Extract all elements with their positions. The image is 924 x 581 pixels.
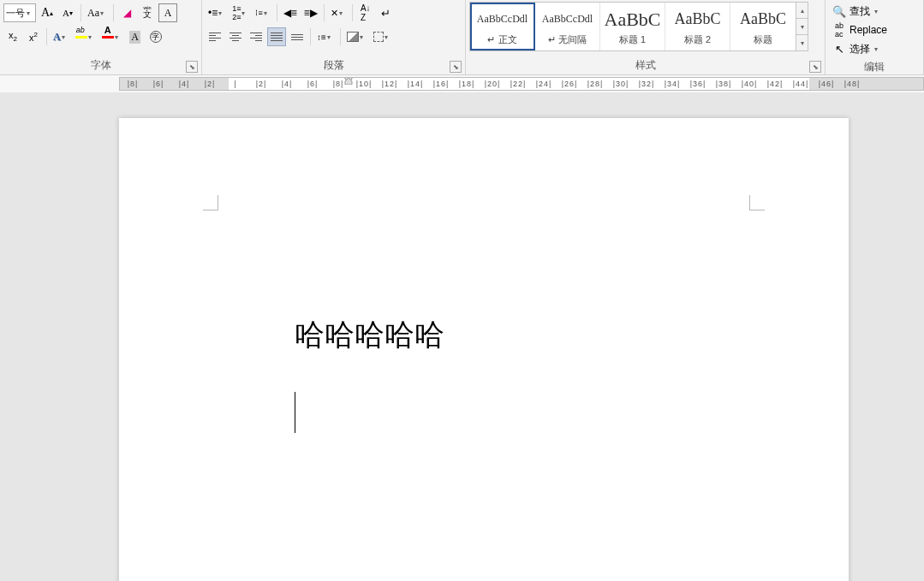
ruler-tick: |12| [377, 80, 402, 88]
distribute-icon [291, 34, 303, 40]
gallery-scroll: ▴ ▾ ▾ [796, 2, 808, 51]
bullets-button[interactable]: •≡▾ [206, 3, 228, 22]
ruler-tick: |4| [274, 80, 300, 88]
sort-icon: A↓Z [361, 3, 371, 22]
style-card-4[interactable]: AaBbC标题 [730, 3, 796, 50]
increase-indent-button[interactable]: ≡▶ [301, 3, 320, 22]
ruler-tick: |2| [197, 80, 223, 88]
svg-marker-1 [345, 78, 352, 85]
asian-layout-button[interactable]: ✕▾ [328, 3, 349, 22]
ruler-tick: |4| [171, 80, 197, 88]
replace-button[interactable]: abac Replace [829, 21, 920, 39]
ruler-tick: |28| [582, 80, 608, 88]
style-card-0[interactable]: AaBbCcDdl↵ 正文 [470, 3, 535, 50]
document-page[interactable]: 哈哈哈哈哈 [119, 118, 849, 581]
superscript-button[interactable]: x2 [24, 27, 43, 46]
group-label-font: 字体 ⬊ [3, 56, 198, 74]
numbering-button[interactable]: 1≡2≡▾ [230, 3, 251, 22]
style-name: ↵ 无间隔 [548, 33, 587, 46]
ruler-tick: |38| [711, 80, 736, 88]
replace-icon: abac [832, 21, 846, 39]
decrease-indent-button[interactable]: ◀≡ [281, 3, 300, 22]
ruler-tick: |48| [839, 80, 865, 88]
font-dialog-launcher[interactable]: ⬊ [186, 61, 198, 73]
ruler-tick: |10| [351, 80, 377, 88]
phonetic-icon: 文wén [143, 6, 152, 21]
align-center-button[interactable] [226, 27, 245, 46]
style-preview: AaBbCcDdl [477, 8, 528, 32]
style-name: 标题 [754, 33, 772, 46]
styles-dialog-launcher[interactable]: ⬊ [809, 61, 821, 73]
horizontal-ruler[interactable]: |8||6||4||2|||2||4||6||8||10||12||14||16… [0, 75, 924, 92]
document-text[interactable]: 哈哈哈哈哈 [295, 315, 444, 355]
styles-group: AaBbCcDdl↵ 正文AaBbCcDdl↵ 无间隔AaBbC标题 1AaBb… [466, 0, 826, 74]
align-left-button[interactable] [206, 27, 224, 46]
distribute-button[interactable] [288, 27, 307, 46]
ruler-tick: |18| [454, 80, 480, 88]
phonetic-guide-button[interactable]: 文wén [138, 3, 157, 22]
gallery-scroll-down[interactable]: ▾ [796, 19, 808, 35]
edit-group: 🔍 查找 ▾ abac Replace ↖ 选择 ▾ 编辑 [826, 0, 924, 74]
gallery-expand[interactable]: ▾ [796, 35, 808, 50]
outdent-icon: ◀≡ [283, 7, 297, 19]
sort-button[interactable]: A↓Z [356, 3, 375, 22]
grow-font-button[interactable]: A▴ [38, 3, 57, 22]
style-card-1[interactable]: AaBbCcDdl↵ 无间隔 [535, 3, 600, 50]
multilevel-list-button[interactable]: ⁞≡▾ [253, 3, 272, 22]
font-size-value: 一号 [6, 7, 25, 20]
gallery-scroll-up[interactable]: ▴ [796, 3, 808, 19]
style-card-3[interactable]: AaBbC标题 2 [665, 3, 730, 50]
font-color-icon [102, 36, 114, 39]
change-case-button[interactable]: Aa▾ [85, 3, 110, 22]
superscript-icon: x2 [29, 31, 38, 43]
margin-corner-tr [749, 195, 765, 210]
clear-formatting-button[interactable]: ◢ [117, 3, 136, 22]
text-effects-icon: A [53, 31, 61, 44]
ruler-tick: |8| [120, 80, 146, 88]
ruler-tick: |36| [685, 80, 711, 88]
ruler-tick: |6| [146, 80, 171, 88]
style-preview: AaBbC [740, 8, 786, 32]
subscript-icon: x2 [9, 30, 17, 43]
select-button[interactable]: ↖ 选择 ▾ [829, 39, 920, 58]
line-spacing-button[interactable]: ↕≡▾ [314, 27, 337, 46]
shading-icon [347, 32, 359, 42]
document-area[interactable]: 哈哈哈哈哈 [0, 92, 924, 581]
subscript-button[interactable]: x2 [3, 27, 22, 46]
margin-corner-tl [203, 195, 218, 210]
align-right-icon [250, 33, 262, 41]
text-effects-button[interactable]: A▾ [51, 27, 71, 46]
chevron-down-icon: ▾ [27, 9, 33, 17]
justify-button[interactable] [267, 27, 286, 46]
show-marks-button[interactable]: ↵ [377, 3, 396, 22]
ruler-tick: |40| [736, 80, 762, 88]
enclose-characters-button[interactable]: 字 [146, 27, 165, 46]
numbering-icon: 1≡2≡ [232, 4, 241, 21]
ruler-tick: |26| [557, 80, 582, 88]
select-label: 选择 [849, 42, 870, 56]
font-color-button[interactable]: ▾ [99, 27, 124, 46]
ruler-tick: |16| [428, 80, 454, 88]
hanging-indent-marker[interactable] [344, 78, 353, 85]
shading-button[interactable]: ▾ [344, 27, 369, 46]
borders-icon [373, 32, 384, 42]
character-shading-button[interactable]: A [126, 27, 145, 46]
shrink-font-button[interactable]: A▾ [58, 3, 77, 22]
align-right-button[interactable] [247, 27, 265, 46]
align-left-icon [209, 33, 221, 41]
find-button[interactable]: 🔍 查找 ▾ [829, 2, 920, 21]
borders-button[interactable]: ▾ [371, 27, 394, 46]
ruler-tick: |46| [814, 80, 839, 88]
multilevel-icon: ⁞≡ [255, 9, 262, 17]
style-card-2[interactable]: AaBbC标题 1 [600, 3, 665, 50]
paragraph-dialog-launcher[interactable]: ⬊ [450, 61, 462, 73]
highlight-button[interactable]: ▾ [73, 27, 98, 46]
indent-icon: ≡▶ [304, 7, 318, 19]
enclose-icon: 字 [150, 31, 162, 43]
font-size-dropdown[interactable]: 一号 ▾ [3, 3, 36, 22]
character-border-button[interactable]: A [158, 3, 177, 22]
style-name: 标题 2 [684, 33, 711, 46]
ruler-tick: |34| [659, 80, 685, 88]
ruler-tick: |24| [531, 80, 557, 88]
bullets-icon: •≡ [208, 7, 218, 19]
